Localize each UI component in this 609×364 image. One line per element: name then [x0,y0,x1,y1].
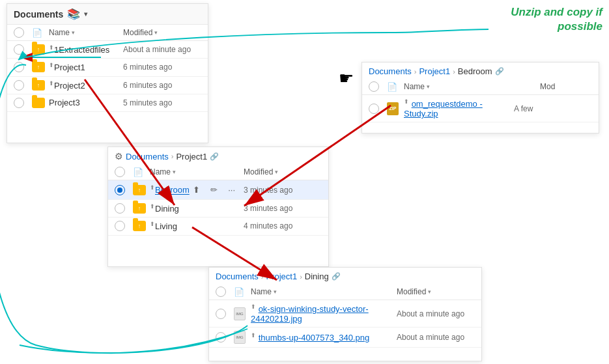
col-modified-label: Mod [540,82,555,91]
row-file-icon [133,185,150,195]
col-name-label: Name [150,167,171,176]
more-action-btn[interactable]: ··· [225,184,238,196]
row-checkbox[interactable] [14,44,32,55]
table-row[interactable]: ⬆Bedroom ⬆ ✏ ··· 3 minutes ago [108,180,328,200]
breadcrumb-sep1: › [171,152,174,160]
row-checkbox[interactable] [14,98,32,108]
row-name: ⬆ om_requestdemo - Study.zip [404,98,514,119]
breadcrumb-docs[interactable]: Documents [216,272,259,281]
col-name-header[interactable]: Name ▾ [49,28,123,37]
col-modified-label: Modified [123,28,152,37]
panel-documents-root: Documents 📚 ▾ 📄 Name ▾ Modified ▾ ⬆1Extr… [7,3,208,143]
cursor-pointer: ☛ [339,68,354,89]
col-modified-header[interactable]: Modified ▾ [123,28,201,37]
row-checkbox[interactable] [14,62,32,72]
table-row[interactable]: ⬆Project2 6 minutes ago [7,77,208,94]
row-modified: 4 minutes ago [244,221,322,231]
row-file-icon [32,98,49,108]
row-checkbox[interactable] [216,332,234,343]
breadcrumb-icon: ⚙ [115,151,123,161]
col-modified-header[interactable]: Mod [540,82,592,91]
row-checkbox[interactable] [115,203,133,214]
breadcrumb-docs[interactable]: Documents [369,66,412,76]
annotation-line1: Unzip and copy if [511,6,602,18]
col-name-label: Name [251,287,272,296]
row-name: ⬆Bedroom [150,184,190,195]
col-modified-sort-icon: ▾ [428,288,431,295]
img-icon: IMG [234,331,246,344]
file-icon-col: 📄 [133,167,150,177]
file-header-icon: 📄 [32,28,42,38]
share-action-btn[interactable]: ⬆ [190,184,203,196]
col-name-header[interactable]: Name ▾ [150,167,244,176]
table-row[interactable]: ⬆Project1 6 minutes ago [7,59,208,76]
row-modified: 6 minutes ago [123,63,201,72]
table-row[interactable]: Project3 5 minutes ago [7,94,208,112]
select-all-circle[interactable] [14,27,24,38]
checkbox-col-header [369,81,387,92]
row-checkbox[interactable] [115,185,133,195]
col-modified-label: Modified [397,287,426,296]
panel3-col-header: 📄 Name ▾ Mod [362,79,599,95]
col-modified-sort-icon: ▾ [275,169,278,175]
breadcrumb-docs[interactable]: Documents [126,152,169,161]
col-modified-header[interactable]: Modified ▾ [244,167,322,176]
rename-action-btn[interactable]: ✏ [207,184,221,196]
col-name-header[interactable]: Name ▾ [404,82,540,91]
share-icon[interactable]: 🔗 [210,152,219,161]
panel3-breadcrumb: Documents › Project1 › Bedroom 🔗 [362,63,599,79]
row-checkbox[interactable] [216,309,234,319]
file-icon-col: 📄 [234,287,251,297]
panel1-title: Documents 📚 ▾ [14,8,87,20]
dropdown-icon[interactable]: ▾ [84,10,87,18]
table-row[interactable]: IMG ⬆ thumbs-up-4007573_340.png About a … [209,328,481,348]
breadcrumb-project1: Project1 [176,152,207,161]
panel2-breadcrumb: ⚙ Documents › Project1 🔗 [108,147,328,164]
col-modified-sort-icon: ▾ [154,29,158,36]
breadcrumb-project1[interactable]: Project1 [266,272,297,281]
panel-bedroom: Documents › Project1 › Bedroom 🔗 📄 Name … [361,62,599,133]
panel-dining: Documents › Project1 › Dining 🔗 📄 Name ▾… [208,267,482,361]
col-name-header[interactable]: Name ▾ [251,287,397,296]
share-icon[interactable]: 🔗 [495,67,504,76]
row-checkbox[interactable] [115,221,133,231]
table-row[interactable]: ⬆Dining 3 minutes ago [108,200,328,217]
row-name: ⬆ thumbs-up-4007573_340.png [251,332,397,343]
panel1-title-text: Documents [14,9,63,20]
table-row[interactable]: ⬆Living 4 minutes ago [108,217,328,235]
row-file-icon: IMG [234,331,251,344]
checkbox-col-header [115,167,133,177]
breadcrumb-sep2: › [300,273,302,281]
row-file-icon [133,203,150,214]
row-modified: A few [514,104,592,113]
row-checkbox[interactable] [14,80,32,91]
row-checkbox[interactable] [369,104,387,114]
row-name: ⬆Living [150,221,244,231]
panel-project1: ⚙ Documents › Project1 🔗 📄 Name ▾ Modifi… [107,147,329,267]
col-modified-header[interactable]: Modified ▾ [397,287,475,296]
select-all-circle[interactable] [115,167,125,177]
panel4-col-header: 📄 Name ▾ Modified ▾ [209,284,481,300]
table-row[interactable]: ⬆1Extractedfiles About a minute ago [7,41,208,59]
row-name: ⬆Project2 [49,80,123,91]
col-modified-label: Modified [244,167,273,176]
table-row[interactable]: ZIP ⬆ om_requestdemo - Study.zip A few [362,95,599,122]
breadcrumb-sep1: › [414,68,417,76]
share-icon[interactable]: 🔗 [332,272,341,281]
select-all-circle[interactable] [369,81,379,92]
breadcrumb-project1[interactable]: Project1 [419,66,450,76]
panel4-breadcrumb: Documents › Project1 › Dining 🔗 [209,268,481,284]
file-icon-col: 📄 [387,82,404,92]
col-name-sort-icon: ▾ [427,83,430,90]
annotation-line2: possible [558,20,602,33]
row-file-icon: ZIP [387,102,404,115]
row-name: ⬆ ok-sign-winking-study-vector-24420219.… [251,303,397,324]
row-file-icon [32,80,49,91]
col-name-sort-icon: ▾ [72,29,75,36]
row-modified: 3 minutes ago [244,186,322,195]
row-modified: 3 minutes ago [244,204,322,213]
table-row[interactable]: IMG ⬆ ok-sign-winking-study-vector-24420… [209,300,481,328]
library-icon: 📚 [67,8,80,20]
row-file-icon [32,44,49,55]
row-modified: About a minute ago [397,333,475,342]
